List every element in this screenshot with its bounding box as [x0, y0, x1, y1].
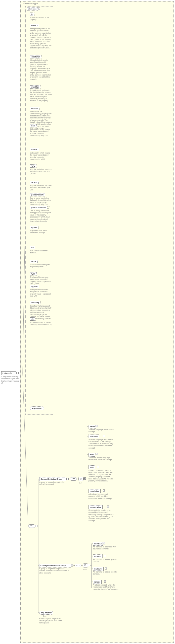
attr-label: creator: [31, 24, 38, 27]
attr-why: why: [30, 164, 36, 168]
attr-xml-lang: xml:lang: [30, 301, 40, 304]
any-other-elem: any ##other: [39, 611, 53, 615]
crg-expand-icon[interactable]: −: [71, 564, 73, 566]
attr-typeuri: typeuri: [30, 285, 39, 288]
expand-icon[interactable]: +: [97, 466, 99, 468]
instanceof-desc: A frequently updating information object…: [1, 376, 20, 384]
attr-label: typeuri: [31, 285, 37, 288]
attr-label: how: [31, 125, 35, 127]
attr-creator: creator: [30, 24, 39, 27]
expand-icon[interactable]: +: [105, 567, 107, 569]
expand-icon[interactable]: −: [16, 372, 19, 374]
rel-child-desc: A related concept, where the relationshi…: [93, 584, 119, 590]
def-child-definition: definition: [89, 435, 99, 438]
attr-desc: The type of the concept assigned as cont…: [30, 276, 52, 285]
attr-dir: dir: [30, 317, 35, 321]
concept-definition-group: ConceptDefinitionGroup: [39, 477, 66, 481]
attr-modified: modified: [30, 85, 40, 89]
instanceof-label: instanceOf: [3, 372, 12, 374]
attr-label: whyuri: [31, 181, 37, 183]
rel-child-desc: An identifier of a more generic concept.: [93, 558, 119, 563]
rel-child-desc: An identifier of a more specific concept…: [93, 571, 119, 575]
any-other-attr-label: any ##other: [32, 407, 42, 409]
cdg-choice-expand-icon[interactable]: −: [83, 477, 86, 480]
attributes-expand-icon[interactable]: −: [38, 8, 40, 10]
expand-icon[interactable]: +: [96, 453, 98, 455]
crg-choice-expand-icon[interactable]: −: [88, 564, 90, 566]
rel-child-narrower: narrower: [93, 567, 104, 571]
cdg-card: 0..∞: [79, 482, 82, 484]
attr-whyuri: whyuri: [30, 181, 39, 184]
attr-label: pubconstrainturi: [31, 206, 46, 208]
rel-child-desc: An identifier of a concept with equivale…: [93, 546, 119, 550]
attributes-label: attributes: [27, 7, 38, 11]
attr-desc: The local identifier of the property.: [30, 17, 52, 21]
cdg-sequence-icon: [70, 477, 77, 481]
def-child-desc: A link to an item or a web resource whic…: [89, 493, 114, 499]
cdg-expand-icon[interactable]: −: [66, 478, 69, 480]
def-child-desc: A natural language definition of the sem…: [89, 439, 114, 449]
expand-icon[interactable]: +: [103, 542, 105, 544]
def-child-desc: Represents the position of a concept in …: [89, 509, 114, 522]
def-child-note: note: [89, 453, 95, 457]
attr-label: custom: [31, 107, 38, 109]
attr-how: how: [30, 124, 37, 127]
attr-label: dir: [31, 318, 34, 320]
attr-uri: uri: [30, 246, 35, 249]
def-child-name: name: [89, 425, 96, 428]
rel-child-sameAs: sameAs: [93, 542, 103, 546]
attr-desc: A qualified code which identifies a conc…: [30, 230, 52, 234]
crg-sequence-icon: [74, 564, 81, 567]
rel-child-related: related: [93, 580, 102, 584]
attr-label: modified: [31, 86, 39, 88]
cdg-desc: A group of properties required to define…: [39, 481, 66, 485]
any-other-elem-label: any ##other: [41, 612, 52, 614]
crg-choice-icon: [83, 563, 88, 567]
def-child-desc: A natural language name for the concept.: [89, 429, 114, 433]
cdg-choice-icon: [78, 477, 83, 481]
attr-id: id: [30, 13, 34, 16]
attr-desc: The type of the concept assigned as cont…: [30, 289, 52, 297]
attr-desc: If the attribute is empty, specifies whi…: [30, 59, 52, 80]
def-child-remoteInfo: remoteInfo: [89, 489, 101, 493]
concept-definition-group-label: ConceptDefinitionGroup: [40, 478, 62, 480]
expand-icon[interactable]: +: [96, 425, 98, 427]
any-desc: Extension point for provider-defined pro…: [39, 618, 66, 624]
attr-desc: Why the metadata has been included - exp…: [30, 185, 52, 191]
attr-desc: Indicates by which means the value was e…: [30, 128, 52, 137]
expand-icon[interactable]: +: [104, 580, 106, 583]
attr-desc: A free-text value assigned as property v…: [30, 264, 52, 268]
type-label: Flex1PropType: [23, 2, 38, 5]
attr-desc: Indicates by which means the value was e…: [30, 152, 52, 161]
attr-label: why: [31, 165, 35, 167]
def-child-hierarchyInfo: hierarchyInfo: [89, 505, 103, 509]
attr-label: creatoruri: [31, 56, 40, 58]
attr-desc: If the property value is not defined, sp…: [30, 28, 52, 49]
def-child-facet: facet: [89, 465, 95, 469]
crg-desc: A group of properties required to indica…: [39, 568, 69, 574]
any-card: 0..∞: [43, 615, 47, 617]
sequence-expand-icon[interactable]: −: [35, 525, 37, 527]
concept-relationships-group: ConceptRelationshipsGroup: [39, 564, 71, 567]
expand-icon[interactable]: +: [107, 506, 109, 508]
attr-desc: The date (and, optionally, the time) whe…: [30, 89, 52, 102]
any-other-attr: any ##other: [30, 406, 44, 410]
attr-label: uri: [31, 246, 34, 249]
expand-icon[interactable]: +: [103, 435, 105, 437]
attr-pubconstrainturi: pubconstrainturi: [30, 206, 47, 209]
attr-pubconstraint: pubconstraint: [30, 193, 45, 196]
attr-literal: literal: [30, 260, 38, 263]
attr-qcode: qcode: [30, 226, 38, 229]
expand-icon[interactable]: +: [104, 555, 106, 557]
attr-desc: The directionality of textual content (e…: [30, 321, 52, 326]
attr-label: qcode: [31, 226, 37, 229]
attr-desc: Why the metadata has been included - exp…: [30, 168, 52, 175]
rel-child-broader: broader: [93, 554, 103, 558]
crg-card: 0..∞: [83, 568, 87, 570]
instanceof-node: instanceOf: [1, 371, 16, 375]
attr-creatoruri: creatoruri: [30, 55, 41, 58]
expand-icon[interactable]: +: [103, 489, 105, 492]
attr-label: type: [31, 273, 35, 275]
attr-desc: A URI which identifies a concept.: [30, 250, 52, 254]
attr-desc: One or many constraints that apply to pu…: [30, 210, 52, 222]
